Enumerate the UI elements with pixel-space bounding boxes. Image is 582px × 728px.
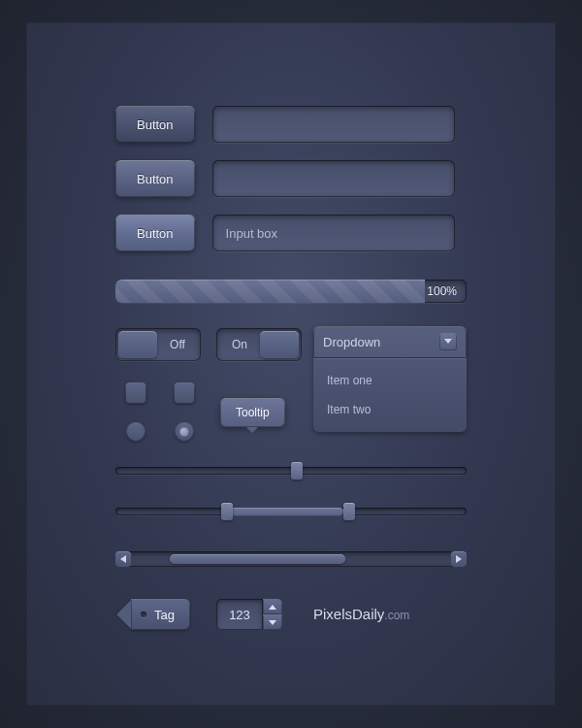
svg-marker-3	[269, 605, 276, 610]
input-3[interactable]: Input box	[212, 215, 455, 251]
ui-kit-canvas: Button Button Button Input box 100% Off …	[26, 22, 556, 706]
slider-thumb-high[interactable]	[343, 503, 355, 520]
svg-marker-2	[456, 555, 462, 563]
brand-label: PixelsDaily.com	[313, 606, 409, 622]
svg-marker-0	[444, 339, 452, 344]
progress-bar: 100%	[115, 280, 467, 303]
scroll-left-button[interactable]	[115, 551, 131, 567]
input-1[interactable]	[212, 106, 455, 143]
button-3-label: Button	[137, 226, 174, 241]
button-2-label: Button	[137, 172, 174, 186]
dropdown-header[interactable]: Dropdown	[313, 326, 467, 357]
brand-name: PixelsDaily	[313, 606, 384, 622]
slider-range-fill	[221, 508, 344, 515]
dropdown[interactable]: Dropdown Item one Item two	[313, 326, 467, 432]
button-1[interactable]: Button	[115, 106, 195, 143]
slider-range[interactable]	[115, 508, 467, 515]
scrollbar[interactable]	[115, 551, 467, 567]
dropdown-item[interactable]: Item two	[313, 395, 467, 424]
toggle-on-label: On	[218, 338, 261, 351]
stepper-down-button[interactable]	[263, 614, 282, 630]
stepper-value[interactable]: 123	[216, 599, 263, 630]
tag[interactable]: Tag	[131, 599, 190, 630]
brand-tld: .com	[384, 609, 409, 622]
checkbox-1[interactable]	[125, 382, 146, 404]
input-2[interactable]	[212, 160, 455, 197]
scroll-right-button[interactable]	[451, 551, 467, 567]
scrollbar-track[interactable]	[131, 551, 451, 567]
dropdown-list: Item one Item two	[313, 357, 467, 432]
tag-hole-icon	[141, 612, 146, 617]
progress-fill	[115, 280, 425, 303]
slider-thumb-low[interactable]	[221, 503, 233, 520]
dropdown-label: Dropdown	[323, 335, 380, 349]
toggle-off[interactable]: Off	[115, 328, 201, 361]
tooltip: Tooltip	[220, 398, 285, 427]
button-1-label: Button	[137, 117, 174, 132]
tag-label: Tag	[154, 608, 175, 622]
radio-1[interactable]	[126, 422, 146, 442]
toggle-off-knob	[118, 331, 157, 358]
slider-single[interactable]	[115, 467, 467, 475]
button-3[interactable]: Button	[115, 215, 195, 251]
stepper-up-button[interactable]	[263, 599, 282, 614]
input-3-placeholder: Input box	[226, 226, 278, 241]
chevron-down-icon	[439, 333, 457, 350]
scrollbar-handle[interactable]	[170, 554, 346, 564]
slider-thumb[interactable]	[291, 462, 303, 480]
checkbox-2[interactable]	[174, 382, 195, 404]
dropdown-item[interactable]: Item one	[313, 366, 467, 395]
svg-marker-1	[120, 555, 126, 563]
button-2[interactable]: Button	[115, 160, 195, 197]
toggle-on[interactable]: On	[216, 328, 302, 361]
radio-2[interactable]	[175, 422, 194, 442]
stepper[interactable]: 123	[216, 599, 282, 630]
toggle-off-label: Off	[156, 338, 199, 351]
toggle-on-knob	[260, 331, 299, 358]
svg-marker-4	[269, 620, 276, 625]
progress-label: 100%	[427, 280, 457, 303]
tooltip-text: Tooltip	[236, 406, 270, 419]
